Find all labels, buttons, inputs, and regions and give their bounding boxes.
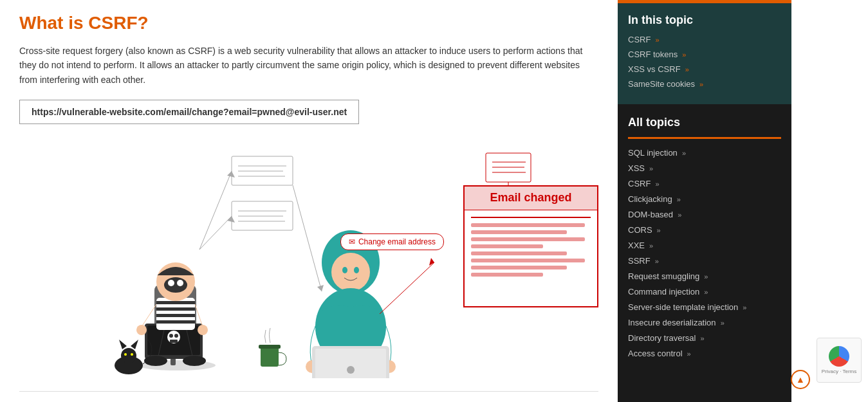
- email-line-3: [471, 237, 585, 241]
- svg-point-34: [131, 353, 133, 356]
- scroll-to-top-button[interactable]: ▲: [791, 370, 810, 389]
- all-topic-deserialization[interactable]: Insecure deserialization »: [628, 318, 781, 327]
- email-changed-underline: [471, 217, 591, 218]
- chevron-icon: »: [676, 211, 681, 219]
- svg-point-26: [164, 277, 187, 293]
- email-line-2: [471, 230, 567, 234]
- page-title: What is CSRF?: [19, 13, 598, 33]
- all-topic-directory-traversal[interactable]: Directory traversal »: [628, 333, 781, 343]
- svg-point-23: [144, 356, 167, 366]
- all-topic-cors[interactable]: CORS »: [628, 225, 781, 235]
- email-line-6: [471, 259, 585, 262]
- all-topics-title: All topics: [628, 116, 781, 129]
- all-topic-xss[interactable]: XSS »: [628, 163, 781, 173]
- all-topic-csrf[interactable]: CSRF »: [628, 179, 781, 188]
- recaptcha-text: Privacy · Terms: [822, 369, 857, 374]
- chevron-icon: »: [653, 36, 659, 44]
- chevron-icon: »: [647, 242, 653, 250]
- change-email-label: Change email address: [358, 237, 436, 246]
- svg-point-40: [354, 267, 359, 273]
- chevron-icon: »: [741, 304, 746, 311]
- url-example-text: https://vulnerable-website.com/email/cha…: [32, 107, 347, 117]
- divider-bottom: [19, 391, 598, 392]
- email-changed-title: Email changed: [468, 190, 593, 205]
- email-line-4: [471, 244, 543, 248]
- all-topics-section: All topics SQL injection » XSS » CSRF » …: [618, 105, 791, 374]
- all-topic-request-smuggling[interactable]: Request smuggling »: [628, 271, 781, 281]
- chevron-icon: »: [653, 180, 659, 188]
- email-changed-header: Email changed: [465, 187, 597, 210]
- email-changed-box: Email changed: [463, 185, 598, 307]
- svg-point-38: [331, 253, 370, 291]
- svg-line-60: [199, 216, 232, 250]
- chevron-icon: »: [683, 66, 689, 73]
- chevron-icon: »: [653, 257, 659, 265]
- chevron-icon: »: [680, 51, 686, 59]
- illustration-area: ✉ Change email address Email changed: [19, 134, 598, 378]
- scroll-top-icon: ▲: [796, 374, 805, 385]
- svg-point-19: [136, 325, 147, 335]
- svg-point-24: [183, 356, 206, 366]
- chevron-icon: »: [680, 149, 686, 157]
- chevron-icon: »: [698, 334, 704, 342]
- url-example-box: https://vulnerable-website.com/email/cha…: [19, 100, 359, 124]
- svg-marker-32: [131, 340, 138, 349]
- all-topic-dom-based[interactable]: DOM-based »: [628, 210, 781, 219]
- svg-marker-63: [317, 285, 324, 291]
- svg-rect-36: [259, 345, 281, 349]
- svg-line-66: [380, 262, 434, 314]
- svg-point-28: [177, 280, 183, 286]
- email-changed-body: [465, 210, 597, 283]
- chevron-icon: »: [702, 273, 708, 280]
- chevron-icon: »: [685, 350, 691, 358]
- chevron-icon: »: [675, 196, 681, 203]
- chevron-icon: »: [647, 165, 653, 172]
- all-topic-clickjacking[interactable]: Clickjacking »: [628, 194, 781, 204]
- chevron-icon: »: [702, 288, 708, 296]
- email-line-7: [471, 266, 567, 270]
- svg-marker-59: [227, 171, 235, 178]
- chevron-icon: »: [719, 319, 725, 327]
- all-topic-ssti[interactable]: Server-side template injection »: [628, 302, 781, 312]
- svg-line-58: [199, 171, 232, 250]
- topic-link-samesite[interactable]: SameSite cookies »: [628, 79, 781, 89]
- svg-point-9: [169, 334, 173, 338]
- intro-text: Cross-site request forgery (also known a…: [19, 44, 598, 87]
- svg-point-30: [121, 348, 136, 363]
- topic-link-xss-csrf[interactable]: XSS vs CSRF »: [628, 64, 781, 74]
- main-content: What is CSRF? Cross-site request forgery…: [0, 0, 618, 402]
- svg-rect-14: [156, 307, 195, 311]
- email-line-8: [471, 273, 543, 277]
- svg-point-33: [124, 353, 127, 356]
- all-topic-ssrf[interactable]: SSRF »: [628, 256, 781, 266]
- all-topic-sql-injection[interactable]: SQL injection »: [628, 148, 781, 158]
- topic-link-csrf[interactable]: CSRF »: [628, 35, 781, 44]
- in-this-topic-title: In this topic: [628, 14, 781, 27]
- svg-rect-13: [156, 301, 195, 304]
- in-this-topic-section: In this topic CSRF » CSRF tokens » XSS v…: [618, 3, 791, 104]
- svg-rect-11: [170, 340, 178, 343]
- svg-point-39: [342, 267, 347, 273]
- svg-point-46: [347, 366, 355, 374]
- svg-point-10: [174, 334, 178, 338]
- svg-point-20: [198, 325, 208, 335]
- email-line-5: [471, 251, 567, 255]
- svg-rect-16: [156, 320, 195, 324]
- all-topic-command-injection[interactable]: Command injection »: [628, 287, 781, 297]
- svg-line-62: [293, 185, 322, 291]
- svg-point-27: [168, 280, 174, 286]
- recaptcha-logo: [829, 346, 849, 367]
- chevron-icon: »: [655, 226, 661, 234]
- svg-rect-15: [156, 314, 195, 317]
- svg-rect-45: [315, 349, 386, 378]
- topic-link-csrf-tokens[interactable]: CSRF tokens »: [628, 50, 781, 59]
- chevron-icon: »: [697, 80, 703, 88]
- svg-rect-35: [261, 346, 279, 367]
- all-topic-xxe[interactable]: XXE »: [628, 241, 781, 250]
- all-topics-title-bar: [628, 137, 781, 139]
- recaptcha-badge: Privacy · Terms: [817, 338, 862, 383]
- email-line-1: [471, 223, 585, 227]
- all-topic-access-control[interactable]: Access control »: [628, 349, 781, 358]
- change-email-btn[interactable]: ✉ Change email address: [340, 233, 444, 250]
- email-icon: ✉: [349, 237, 355, 246]
